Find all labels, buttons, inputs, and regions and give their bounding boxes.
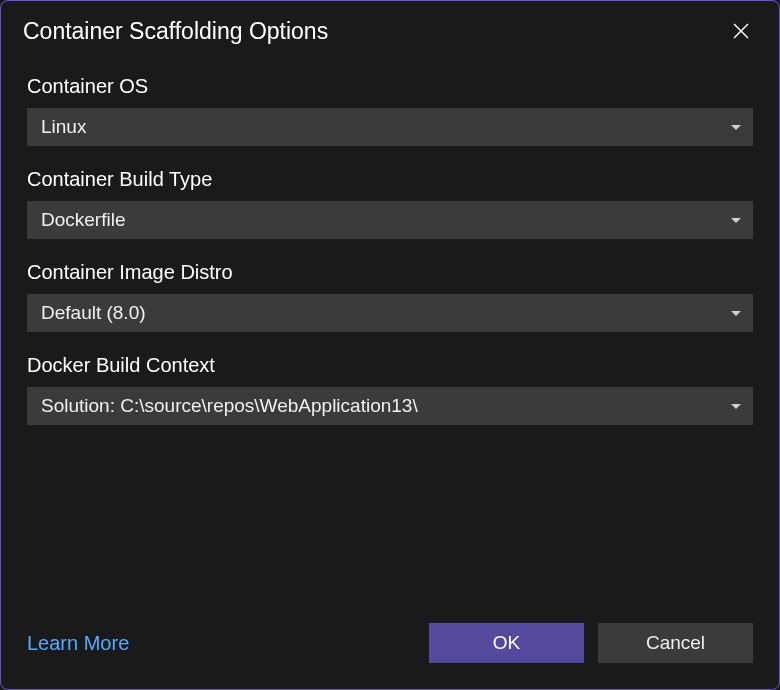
field-image-distro: Container Image Distro Default (8.0): [27, 261, 753, 332]
scaffolding-dialog: Container Scaffolding Options Container …: [0, 0, 780, 690]
chevron-down-icon: [731, 218, 741, 223]
chevron-down-icon: [731, 311, 741, 316]
close-icon: [732, 22, 750, 40]
dropdown-value-build-type: Dockerfile: [41, 209, 125, 231]
close-button[interactable]: [725, 15, 757, 47]
label-image-distro: Container Image Distro: [27, 261, 753, 284]
field-build-context: Docker Build Context Solution: C:\source…: [27, 354, 753, 425]
dropdown-build-context[interactable]: Solution: C:\source\repos\WebApplication…: [27, 387, 753, 425]
dropdown-value-build-context: Solution: C:\source\repos\WebApplication…: [41, 395, 418, 417]
label-build-context: Docker Build Context: [27, 354, 753, 377]
dropdown-value-container-os: Linux: [41, 116, 86, 138]
dropdown-container-os[interactable]: Linux: [27, 108, 753, 146]
field-build-type: Container Build Type Dockerfile: [27, 168, 753, 239]
dialog-content: Container OS Linux Container Build Type …: [1, 57, 779, 603]
label-build-type: Container Build Type: [27, 168, 753, 191]
chevron-down-icon: [731, 404, 741, 409]
label-container-os: Container OS: [27, 75, 753, 98]
dialog-footer: Learn More OK Cancel: [1, 603, 779, 689]
dropdown-build-type[interactable]: Dockerfile: [27, 201, 753, 239]
titlebar: Container Scaffolding Options: [1, 1, 779, 57]
chevron-down-icon: [731, 125, 741, 130]
field-container-os: Container OS Linux: [27, 75, 753, 146]
dropdown-value-image-distro: Default (8.0): [41, 302, 146, 324]
dialog-title: Container Scaffolding Options: [23, 18, 328, 45]
cancel-button[interactable]: Cancel: [598, 623, 753, 663]
learn-more-link[interactable]: Learn More: [27, 632, 129, 655]
ok-button[interactable]: OK: [429, 623, 584, 663]
dropdown-image-distro[interactable]: Default (8.0): [27, 294, 753, 332]
